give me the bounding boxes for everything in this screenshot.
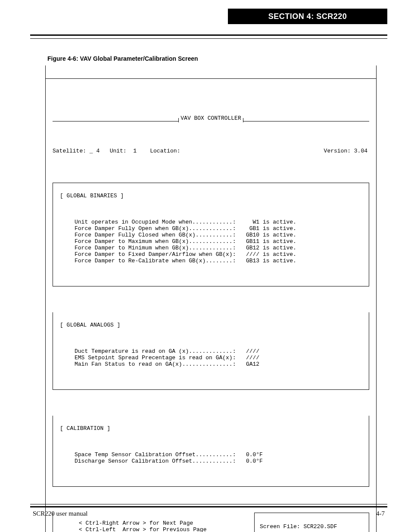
version-field: Version: 3.04 bbox=[324, 148, 367, 154]
nav-prev-hint: < Ctrl-Left Arrow > for Previous Page bbox=[79, 526, 206, 532]
gb-row: Force Damper to Fixed Damper/Airflow whe… bbox=[75, 251, 296, 258]
location-field: Location: bbox=[150, 148, 180, 154]
rule-thick-top bbox=[30, 34, 387, 36]
gb-row: Force Damper to Re-Calibrate when GB(x).… bbox=[75, 258, 296, 264]
header-bar: SECTION 4: SCR220 bbox=[30, 17, 387, 34]
section-banner: SECTION 4: SCR220 bbox=[228, 9, 387, 24]
screen-file-field: Screen File: SCR220.SDF bbox=[260, 523, 337, 530]
page-footer: SCR220 user manual 4-7 bbox=[30, 502, 387, 517]
cal-row: Space Temp Sensor Calibration Offset....… bbox=[75, 451, 263, 458]
nav-next-hint: < Ctrl-Right Arrow > for Next Page bbox=[79, 520, 193, 526]
ga-row: Duct Temperature is read on GA (x)......… bbox=[75, 348, 259, 355]
ga-row: EMS Setpoint Spread Precentage is read o… bbox=[75, 355, 259, 361]
gb-row: Force Damper Fully Closed when GB(x)....… bbox=[75, 232, 296, 238]
gb-row: Force Damper Fully Open when GB(x)......… bbox=[75, 225, 296, 232]
cal-row: Discharge Sensor Calibration Offset.....… bbox=[75, 458, 263, 464]
gb-row: Force Damper to Maximum when GB(x)......… bbox=[75, 238, 296, 245]
ga-row: Main Fan Status to read on GA(x)........… bbox=[75, 361, 259, 367]
figure-1-caption: Figure 4-6: VAV Global Parameter/Calibra… bbox=[47, 55, 387, 62]
footer-page-number: 4-7 bbox=[376, 510, 385, 517]
section-calibration: [ CALIBRATION ] bbox=[59, 425, 111, 432]
gb-row: Force Damper to Minimum when GB(x)......… bbox=[75, 245, 296, 251]
satellite-field: Satellite: _ 4 bbox=[53, 148, 100, 154]
section-global-binaries: [ GLOBAL BINARIES ] bbox=[59, 193, 125, 199]
unit-field: Unit: 1 bbox=[110, 148, 137, 154]
panel-title: VAV BOX CONTROLLER bbox=[179, 115, 243, 121]
rule-thin-top bbox=[30, 38, 387, 39]
footer-left-text: SCR220 user manual bbox=[33, 510, 88, 517]
gb-row: Unit operates in Occupied Mode when.....… bbox=[75, 219, 296, 225]
section-global-analogs: [ GLOBAL ANALOGS ] bbox=[59, 322, 121, 328]
figure-1-frame: VAV BOX CONTROLLER Satellite: _ 4 Unit: … bbox=[45, 65, 377, 532]
